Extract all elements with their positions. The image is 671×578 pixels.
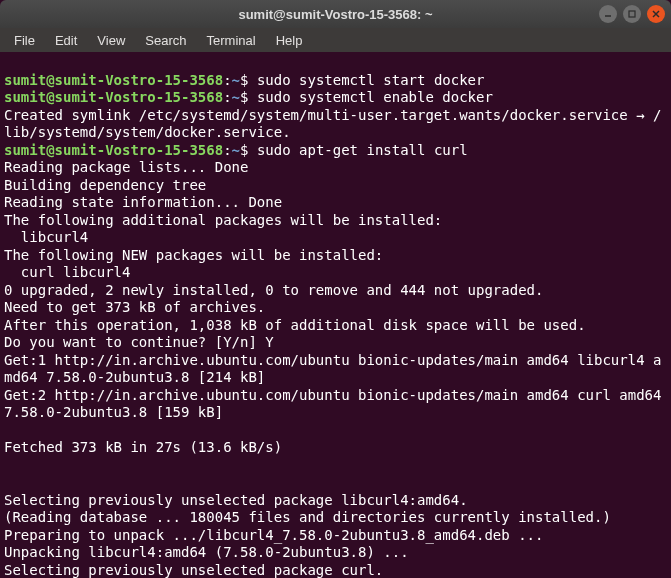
- close-button[interactable]: [647, 5, 665, 23]
- output-line: The following NEW packages will be insta…: [4, 247, 383, 263]
- menu-view[interactable]: View: [89, 31, 133, 50]
- menu-terminal[interactable]: Terminal: [199, 31, 264, 50]
- svg-rect-1: [629, 11, 635, 17]
- cmd-line: sudo systemctl start docker: [257, 72, 485, 88]
- output-line: Created symlink /etc/systemd/system/mult…: [4, 107, 661, 141]
- menu-help[interactable]: Help: [268, 31, 311, 50]
- terminal-output[interactable]: sumit@sumit-Vostro-15-3568:~$ sudo syste…: [0, 52, 671, 578]
- output-line: After this operation, 1,038 kB of additi…: [4, 317, 586, 333]
- titlebar: sumit@sumit-Vostro-15-3568: ~: [0, 0, 671, 28]
- output-line: Reading state information... Done: [4, 194, 282, 210]
- prompt-sep: :: [223, 142, 231, 158]
- output-line: The following additional packages will b…: [4, 212, 442, 228]
- prompt-sep: :: [223, 72, 231, 88]
- prompt-symbol: $: [240, 72, 248, 88]
- output-line: Building dependency tree: [4, 177, 206, 193]
- output-line: Do you want to continue? [Y/n] Y: [4, 334, 274, 350]
- maximize-button[interactable]: [623, 5, 641, 23]
- prompt-path: ~: [232, 142, 240, 158]
- output-line: Need to get 373 kB of archives.: [4, 299, 265, 315]
- output-line: Get:1 http://in.archive.ubuntu.com/ubunt…: [4, 352, 661, 386]
- window-title: sumit@sumit-Vostro-15-3568: ~: [238, 7, 432, 22]
- output-line: libcurl4: [4, 229, 88, 245]
- prompt-symbol: $: [240, 89, 248, 105]
- output-line: 0 upgraded, 2 newly installed, 0 to remo…: [4, 282, 543, 298]
- prompt-path: ~: [232, 89, 240, 105]
- prompt-user: sumit@sumit-Vostro-15-3568: [4, 142, 223, 158]
- output-line: Selecting previously unselected package …: [4, 562, 383, 578]
- menubar: File Edit View Search Terminal Help: [0, 28, 671, 52]
- window-controls: [599, 5, 665, 23]
- prompt-symbol: $: [240, 142, 248, 158]
- output-line: curl libcurl4: [4, 264, 130, 280]
- menu-search[interactable]: Search: [137, 31, 194, 50]
- output-line: Selecting previously unselected package …: [4, 492, 468, 508]
- menu-edit[interactable]: Edit: [47, 31, 85, 50]
- output-line: Get:2 http://in.archive.ubuntu.com/ubunt…: [4, 387, 670, 421]
- minimize-button[interactable]: [599, 5, 617, 23]
- output-line: (Reading database ... 180045 files and d…: [4, 509, 611, 525]
- output-line: Unpacking libcurl4:amd64 (7.58.0-2ubuntu…: [4, 544, 409, 560]
- output-line: Fetched 373 kB in 27s (13.6 kB/s): [4, 439, 282, 455]
- cmd-line: sudo apt-get install curl: [257, 142, 468, 158]
- output-line: Reading package lists... Done: [4, 159, 248, 175]
- output-line: Preparing to unpack .../libcurl4_7.58.0-…: [4, 527, 543, 543]
- prompt-user: sumit@sumit-Vostro-15-3568: [4, 72, 223, 88]
- prompt-sep: :: [223, 89, 231, 105]
- prompt-path: ~: [232, 72, 240, 88]
- menu-file[interactable]: File: [6, 31, 43, 50]
- prompt-user: sumit@sumit-Vostro-15-3568: [4, 89, 223, 105]
- cmd-line: sudo systemctl enable docker: [257, 89, 493, 105]
